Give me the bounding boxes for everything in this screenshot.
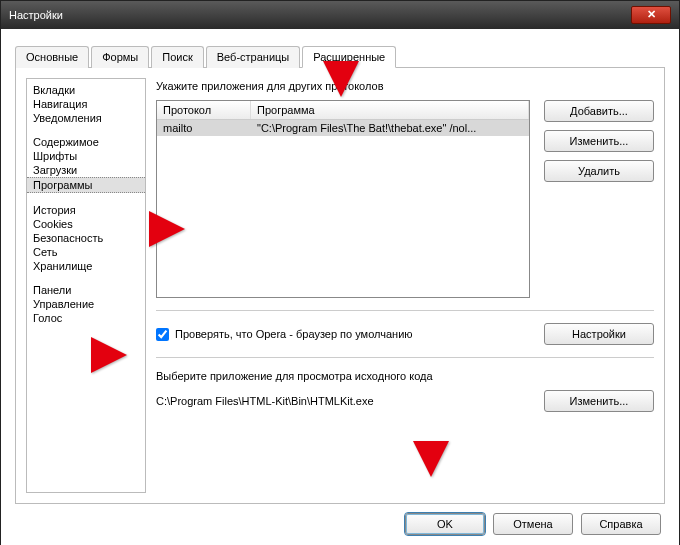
- sidebar-item-fonts[interactable]: Шрифты: [27, 149, 145, 163]
- table-buttons: Добавить... Изменить... Удалить: [544, 100, 654, 182]
- source-viewer-path: C:\Program Files\HTML-Kit\Bin\HTMLKit.ex…: [156, 395, 544, 407]
- tab-advanced[interactable]: Расширенные: [302, 46, 396, 68]
- sidebar-item-voice[interactable]: Голос: [27, 311, 145, 325]
- col-protocol[interactable]: Протокол: [157, 101, 251, 119]
- titlebar[interactable]: Настройки ✕: [1, 1, 679, 29]
- tab-basic[interactable]: Основные: [15, 46, 89, 68]
- sidebar-item-navigation[interactable]: Навигация: [27, 97, 145, 111]
- default-browser-checkbox[interactable]: [156, 328, 169, 341]
- sidebar-item-panels[interactable]: Панели: [27, 283, 145, 297]
- help-button[interactable]: Справка: [581, 513, 661, 535]
- sidebar-item-downloads[interactable]: Загрузки: [27, 163, 145, 177]
- dialog-buttons: OK Отмена Справка: [405, 513, 661, 535]
- settings-window: Настройки ✕ Основные Формы Поиск Веб-стр…: [0, 0, 680, 545]
- edit-button[interactable]: Изменить...: [544, 130, 654, 152]
- sidebar-item-management[interactable]: Управление: [27, 297, 145, 311]
- tab-label: Веб-страницы: [217, 51, 290, 63]
- col-program[interactable]: Программа: [251, 101, 529, 119]
- sidebar-item-programs[interactable]: Программы: [27, 177, 145, 193]
- settings-button[interactable]: Настройки: [544, 323, 654, 345]
- sidebar-item-storage[interactable]: Хранилище: [27, 259, 145, 273]
- divider: [156, 357, 654, 358]
- table-header: Протокол Программа: [157, 101, 529, 120]
- tab-pane: Вкладки Навигация Уведомления Содержимое…: [15, 68, 665, 504]
- default-browser-label: Проверять, что Opera - браузер по умолча…: [175, 328, 413, 340]
- add-button[interactable]: Добавить...: [544, 100, 654, 122]
- source-viewer-heading: Выберите приложение для просмотра исходн…: [156, 370, 654, 382]
- sidebar-item-tabs[interactable]: Вкладки: [27, 83, 145, 97]
- sidebar: Вкладки Навигация Уведомления Содержимое…: [26, 78, 146, 493]
- tab-forms[interactable]: Формы: [91, 46, 149, 68]
- tabs: Основные Формы Поиск Веб-страницы Расшир…: [15, 45, 665, 68]
- default-browser-row: Проверять, что Opera - браузер по умолча…: [156, 323, 654, 345]
- tab-webpages[interactable]: Веб-страницы: [206, 46, 301, 68]
- close-button[interactable]: ✕: [631, 6, 671, 24]
- sidebar-item-security[interactable]: Безопасность: [27, 231, 145, 245]
- sidebar-item-network[interactable]: Сеть: [27, 245, 145, 259]
- sidebar-item-content[interactable]: Содержимое: [27, 135, 145, 149]
- close-icon: ✕: [647, 8, 656, 20]
- sidebar-item-notifications[interactable]: Уведомления: [27, 111, 145, 125]
- delete-button[interactable]: Удалить: [544, 160, 654, 182]
- tab-label: Расширенные: [313, 51, 385, 63]
- main-panel: Укажите приложения для других протоколов…: [156, 78, 654, 493]
- sidebar-item-history[interactable]: История: [27, 203, 145, 217]
- ok-button[interactable]: OK: [405, 513, 485, 535]
- table-row[interactable]: mailto "C:\Program Files\The Bat!\thebat…: [157, 120, 529, 136]
- divider: [156, 310, 654, 311]
- source-edit-button[interactable]: Изменить...: [544, 390, 654, 412]
- tab-label: Формы: [102, 51, 138, 63]
- tab-search[interactable]: Поиск: [151, 46, 203, 68]
- tab-label: Поиск: [162, 51, 192, 63]
- client-area: Основные Формы Поиск Веб-страницы Расшир…: [1, 29, 679, 545]
- cancel-button[interactable]: Отмена: [493, 513, 573, 535]
- cell-protocol: mailto: [157, 120, 251, 136]
- cell-program: "C:\Program Files\The Bat!\thebat.exe" /…: [251, 120, 529, 136]
- protocols-table[interactable]: Протокол Программа mailto "C:\Program Fi…: [156, 100, 530, 298]
- window-title: Настройки: [9, 9, 63, 21]
- protocols-heading: Укажите приложения для других протоколов: [156, 80, 654, 92]
- tab-label: Основные: [26, 51, 78, 63]
- sidebar-item-cookies[interactable]: Cookies: [27, 217, 145, 231]
